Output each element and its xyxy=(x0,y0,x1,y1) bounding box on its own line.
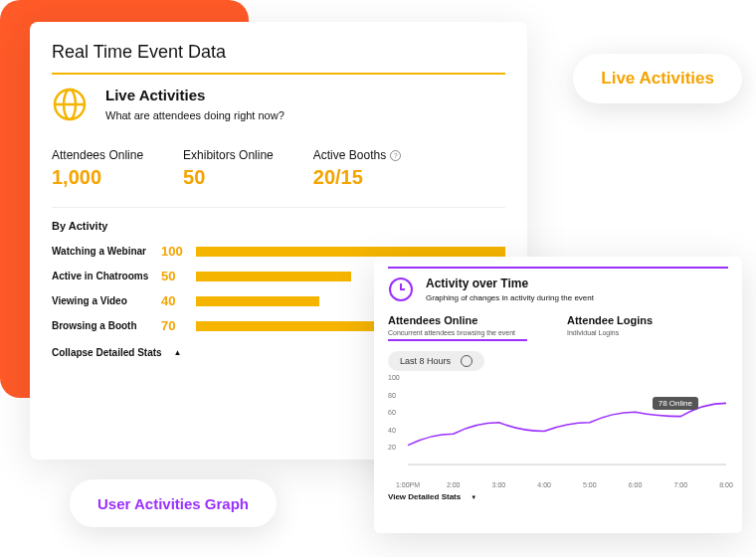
activity-name: Viewing a Video xyxy=(52,295,161,306)
activity-value: 70 xyxy=(161,318,196,333)
pill-label: Live Activities xyxy=(601,69,714,89)
activity-value: 40 xyxy=(161,293,196,308)
activity-value: 100 xyxy=(161,244,196,259)
time-range-label: Last 8 Hours xyxy=(400,356,451,366)
activity-bar-track xyxy=(196,247,505,257)
stat-value: 1,000 xyxy=(52,166,143,189)
clock-icon xyxy=(461,355,472,367)
card-divider xyxy=(388,267,728,269)
tab-attendees-online[interactable]: Attendees Online Concurrent attendees br… xyxy=(388,314,527,341)
x-tick: 1:00PM xyxy=(396,481,420,488)
live-activities-pill: Live Activities xyxy=(573,54,742,103)
time-range-selector[interactable]: Last 8 Hours xyxy=(388,351,484,371)
activity-bar xyxy=(196,296,319,306)
stat-label: Exhibitors Online xyxy=(183,148,274,162)
divider xyxy=(52,207,505,208)
activity-name: Active in Chatrooms xyxy=(52,271,161,281)
page-title: Real Time Event Data xyxy=(52,42,505,63)
x-tick: 8:00 xyxy=(719,481,733,488)
stat-attendees-online: Attendees Online 1,000 xyxy=(52,148,143,189)
stat-active-booths: Active Booths ? 20/15 xyxy=(313,148,401,189)
pill-label: User Activities Graph xyxy=(97,495,249,512)
x-tick: 2:00 xyxy=(447,481,461,488)
stats-row: Attendees Online 1,000 Exhibitors Online… xyxy=(52,148,505,189)
globe-icon xyxy=(52,87,88,122)
chart-svg xyxy=(388,377,726,476)
tab-subtitle: Individual Logins xyxy=(567,329,653,336)
collapse-label: Collapse Detailed Stats xyxy=(52,347,162,358)
stat-exhibitors-online: Exhibitors Online 50 xyxy=(183,148,274,189)
x-tick: 4:00 xyxy=(537,481,551,488)
activity-bar xyxy=(196,272,351,281)
aot-subtitle: Graphing of changes in activity during t… xyxy=(426,293,594,302)
line-chart: 204060801001:00PM2:003:004:005:006:007:0… xyxy=(388,377,728,486)
tab-attendee-logins[interactable]: Attendee Logins Individual Logins xyxy=(567,314,653,341)
activity-over-time-card: Activity over Time Graphing of changes i… xyxy=(374,257,742,533)
title-divider xyxy=(52,73,505,75)
stat-value: 20/15 xyxy=(313,166,401,189)
stat-label: Active Booths xyxy=(313,148,386,162)
activity-value: 50 xyxy=(161,269,196,283)
x-tick: 7:00 xyxy=(673,481,687,488)
stat-value: 50 xyxy=(183,166,274,189)
x-tick: 5:00 xyxy=(583,481,597,488)
live-activities-title: Live Activities xyxy=(105,87,284,103)
view-detailed-stats-button[interactable]: View Detailed Stats ▼ xyxy=(388,492,728,501)
x-tick: 3:00 xyxy=(492,481,506,488)
chart-tooltip: 78 Online xyxy=(653,397,698,410)
clock-icon xyxy=(388,277,414,302)
activity-name: Browsing a Booth xyxy=(52,320,161,331)
live-activities-subtitle: What are attendees doing right now? xyxy=(105,109,284,121)
x-tick: 6:00 xyxy=(629,481,643,488)
chevron-up-icon: ▲ xyxy=(174,348,182,357)
tab-title: Attendees Online xyxy=(388,314,527,326)
user-activities-graph-pill: User Activities Graph xyxy=(70,479,277,527)
active-tab-underline xyxy=(388,339,527,341)
chevron-down-icon: ▼ xyxy=(471,494,476,500)
stat-label: Attendees Online xyxy=(52,148,143,162)
help-icon[interactable]: ? xyxy=(390,150,401,161)
activity-bar xyxy=(196,247,505,257)
activity-name: Watching a Webinar xyxy=(52,246,161,257)
aot-title: Activity over Time xyxy=(426,277,594,290)
tab-title: Attendee Logins xyxy=(567,314,653,326)
view-label: View Detailed Stats xyxy=(388,492,461,501)
by-activity-label: By Activity xyxy=(52,220,505,232)
tab-subtitle: Concurrent attendees browsing the event xyxy=(388,329,527,336)
